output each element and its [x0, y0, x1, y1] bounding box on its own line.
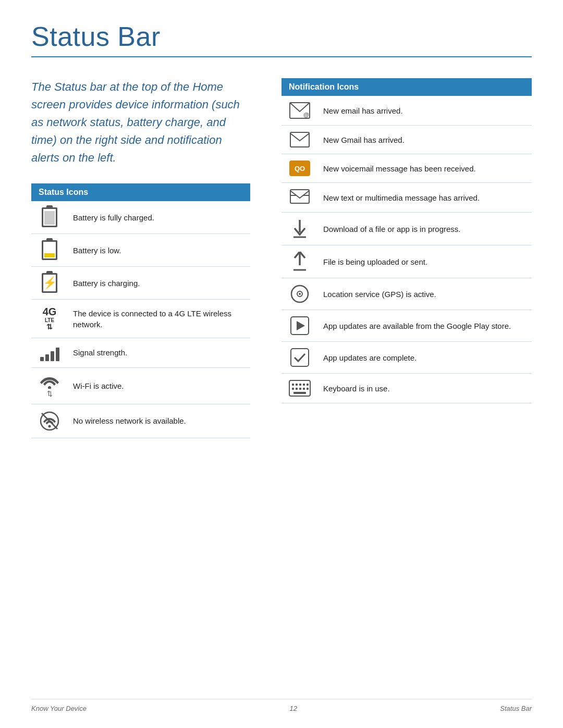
upload-desc: File is being uploaded or sent.: [323, 256, 427, 267]
battery-full-graphic: [42, 207, 57, 227]
svg-rect-31: [293, 392, 306, 394]
footer-page-number: 12: [289, 705, 297, 712]
list-item: Battery is low.: [31, 234, 250, 267]
page-title: Status Bar: [31, 21, 532, 52]
main-content: The Status bar at the top of the Home sc…: [31, 78, 532, 438]
keyboard-svg: [289, 380, 311, 397]
voicemail-symbol: QO: [295, 165, 305, 172]
4g-graphic: 4G LTE ⇅: [43, 306, 57, 331]
sms-icon: [286, 189, 314, 206]
svg-rect-24: [303, 384, 305, 386]
footer-left: Know Your Device: [31, 705, 87, 712]
no-wireless-icon: [35, 411, 64, 431]
4g-text: 4G: [43, 306, 57, 317]
svg-rect-22: [296, 384, 298, 386]
battery-full-icon: [35, 207, 64, 227]
battery-charging-desc: Battery is charging.: [73, 278, 140, 289]
download-svg: [292, 219, 307, 239]
intro-text: The Status bar at the top of the Home sc…: [31, 78, 250, 167]
footer: Know Your Device 12 Status Bar: [31, 699, 532, 712]
list-item: No wireless network is available.: [31, 404, 250, 438]
gps-desc: Location service (GPS) is active.: [323, 289, 436, 300]
gmail-svg: [290, 132, 310, 147]
gps-svg: [290, 285, 309, 303]
email-svg: @: [289, 102, 310, 119]
play-store-desc: App updates are available from the Googl…: [323, 320, 511, 331]
battery-low-icon: [35, 240, 64, 260]
wifi-active-desc: Wi-Fi is active.: [73, 380, 124, 391]
gps-icon: [286, 285, 314, 303]
list-item: 4G LTE ⇅ The device is connected to a 4G…: [31, 300, 250, 338]
svg-rect-19: [291, 349, 309, 366]
sms-desc: New text or multimedia message has arriv…: [323, 192, 480, 203]
battery-low-desc: Battery is low.: [73, 245, 121, 256]
bar-3: [51, 351, 54, 361]
svg-rect-25: [307, 384, 309, 386]
bar-4: [56, 348, 59, 361]
no-wireless-desc: No wireless network is available.: [73, 415, 186, 426]
signal-strength-icon: [35, 344, 64, 361]
4g-lte-desc: The device is connected to a 4G LTE wire…: [73, 308, 246, 330]
list-item: Signal strength.: [31, 338, 250, 368]
list-item: New Gmail has arrived.: [282, 126, 532, 154]
svg-rect-29: [303, 388, 305, 390]
title-divider: [31, 56, 532, 57]
list-item: App updates are available from the Googl…: [282, 310, 532, 342]
checkmark-desc: App updates are complete.: [323, 352, 417, 363]
play-store-icon: [286, 316, 314, 335]
gmail-desc: New Gmail has arrived.: [323, 134, 405, 145]
bar-1: [40, 357, 44, 361]
svg-rect-21: [292, 384, 294, 386]
voicemail-graphic: QO: [289, 161, 310, 176]
upload-icon: [286, 252, 314, 272]
list-item: New text or multimedia message has arriv…: [282, 183, 532, 213]
wifi-svg: [40, 374, 59, 389]
svg-rect-7: [290, 190, 309, 203]
checkmark-icon: [286, 348, 314, 367]
list-item: Keyboard is in use.: [282, 374, 532, 403]
svg-point-0: [48, 386, 51, 389]
bar-2: [45, 354, 49, 361]
status-icons-header: Status Icons: [31, 183, 250, 201]
upload-svg: [292, 252, 307, 272]
list-item: Download of a file or app is in progress…: [282, 213, 532, 245]
list-item: Battery is fully charged.: [31, 201, 250, 234]
battery-low-graphic: [42, 240, 57, 260]
svg-text:@: @: [303, 112, 309, 118]
list-item: Location service (GPS) is active.: [282, 278, 532, 310]
sms-svg: [290, 189, 310, 206]
left-column: The Status bar at the top of the Home sc…: [31, 78, 250, 438]
no-wireless-svg: [39, 411, 60, 431]
list-item: ⇅ Wi-Fi is active.: [31, 368, 250, 404]
svg-rect-6: [290, 132, 309, 147]
email-icon: @: [286, 102, 314, 119]
wifi-graphic: ⇅: [40, 374, 59, 398]
keyboard-desc: Keyboard is in use.: [323, 383, 390, 394]
list-item: ⚡ Battery is charging.: [31, 267, 250, 300]
svg-rect-28: [299, 388, 301, 390]
list-item: File is being uploaded or sent.: [282, 245, 532, 278]
list-item: App updates are complete.: [282, 342, 532, 374]
signal-strength-desc: Signal strength.: [73, 347, 127, 358]
svg-point-16: [299, 293, 301, 295]
4g-lte-icon: 4G LTE ⇅: [35, 306, 64, 331]
4g-arrows: ⇅: [43, 323, 57, 331]
download-icon: [286, 219, 314, 239]
list-item: @ New email has arrived.: [282, 96, 532, 126]
keyboard-icon: [286, 380, 314, 397]
wifi-arrows: ⇅: [47, 390, 53, 398]
battery-charging-icon: ⚡: [35, 273, 64, 293]
list-item: QO New voicemail message has been receiv…: [282, 154, 532, 183]
voicemail-desc: New voicemail message has been received.: [323, 163, 476, 174]
svg-rect-30: [307, 388, 309, 390]
right-column: Notification Icons @ New email has arriv…: [282, 78, 532, 403]
checkmark-svg: [290, 348, 309, 367]
wifi-active-icon: ⇅: [35, 374, 64, 398]
svg-rect-27: [296, 388, 298, 390]
voicemail-icon: QO: [286, 161, 314, 176]
footer-right: Status Bar: [500, 705, 532, 712]
email-desc: New email has arrived.: [323, 105, 403, 116]
gmail-icon: [286, 132, 314, 147]
svg-rect-26: [292, 388, 294, 390]
battery-charging-graphic: ⚡: [42, 273, 57, 293]
